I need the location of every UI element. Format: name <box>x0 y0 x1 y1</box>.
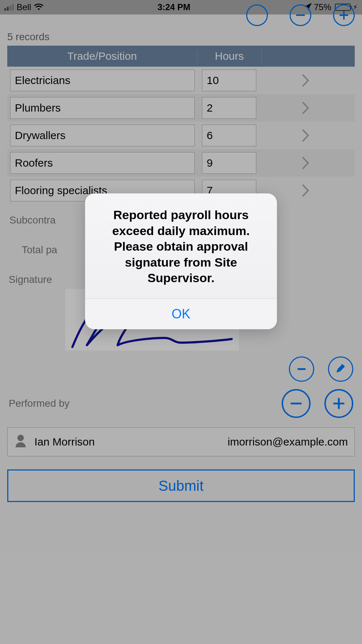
alert-ok-button[interactable]: OK <box>85 299 277 329</box>
modal-overlay: Reported payroll hours exceed daily maxi… <box>0 0 362 644</box>
alert-message: Reported payroll hours exceed daily maxi… <box>85 193 277 298</box>
alert-dialog: Reported payroll hours exceed daily maxi… <box>85 193 277 329</box>
